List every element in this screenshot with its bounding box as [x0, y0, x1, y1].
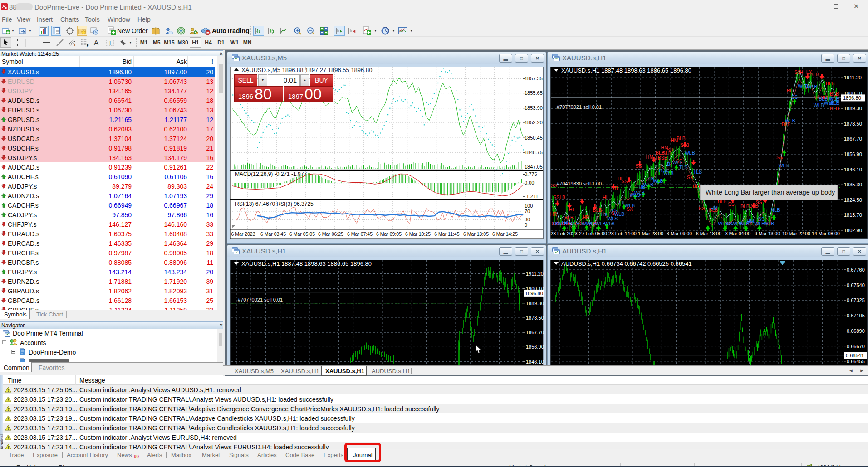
svg-text:WLB: WLB — [685, 150, 695, 156]
svg-text:SR: SR — [667, 147, 674, 152]
svg-text:HI: HI — [603, 195, 608, 200]
svg-text:T: T — [108, 40, 112, 46]
svg-text:0.66670: 0.66670 — [847, 344, 865, 349]
svg-text:TLS: TLS — [693, 169, 702, 175]
svg-text:F: F — [87, 44, 89, 47]
svg-text:BLB: BLB — [810, 72, 819, 77]
svg-text:70: 70 — [525, 209, 530, 214]
svg-text:9 Mar 13:00: 9 Mar 13:00 — [755, 231, 780, 236]
svg-text:1896.80: 1896.80 — [525, 291, 543, 296]
svg-text:1878.50: 1878.50 — [844, 121, 862, 126]
svg-text:1896.80: 1896.80 — [843, 95, 861, 101]
svg-text:1911.20: 1911.20 — [844, 75, 862, 80]
svg-text:6 Mar 2023: 6 Mar 2023 — [231, 231, 255, 237]
svg-text:WLB: WLB — [807, 84, 818, 89]
svg-text:0: 0 — [525, 222, 527, 228]
svg-text:6 Mar 11:45: 6 Mar 11:45 — [434, 231, 459, 237]
svg-text:6 Mar 13:05: 6 Mar 13:05 — [463, 231, 489, 237]
svg-text:0.67540: 0.67540 — [847, 282, 865, 288]
svg-text:WLB: WLB — [614, 211, 624, 217]
svg-text:SSLB: SSLB — [553, 195, 565, 200]
svg-text:0.66890: 0.66890 — [847, 328, 865, 334]
svg-text:MACD(12,26,9) -0.271 -1.977: MACD(12,26,9) -0.271 -1.977 — [235, 171, 307, 177]
svg-text:28 Feb 14:00: 28 Feb 14:00 — [608, 231, 637, 236]
svg-text:6 Mar 06:25: 6 Mar 06:25 — [318, 231, 343, 237]
svg-text:1802.90: 1802.90 — [844, 228, 862, 233]
svg-text:1856.90: 1856.90 — [844, 151, 862, 157]
svg-text:SX: SX — [698, 206, 705, 211]
svg-text:SS: SS — [636, 163, 642, 169]
svg-text:BLB: BLB — [677, 136, 686, 141]
svg-text:BH: BH — [787, 88, 794, 93]
svg-text:WLB: WLB — [624, 203, 635, 208]
svg-text:WLB: WLB — [785, 118, 795, 123]
svg-text:BLB: BLB — [826, 81, 835, 86]
svg-text:TL: TL — [614, 185, 619, 191]
svg-text:HI: HI — [800, 69, 805, 75]
svg-text:0.775: 0.775 — [525, 171, 537, 177]
svg-text:WLB: WLB — [604, 221, 615, 226]
svg-text:1857.35: 1857.35 — [525, 76, 543, 81]
svg-text:100: 100 — [525, 203, 533, 209]
svg-text:WLB: WLB — [672, 160, 683, 165]
svg-text:SLB: SLB — [680, 142, 689, 148]
svg-text:WLB: WLB — [779, 163, 789, 168]
svg-text:1846.10: 1846.10 — [526, 359, 544, 365]
svg-text:6 Mar 03:45: 6 Mar 03:45 — [260, 231, 286, 237]
svg-text:1852.20: 1852.20 — [525, 120, 543, 125]
svg-text:BLB: BLB — [740, 204, 750, 209]
svg-text:0.67325: 0.67325 — [847, 297, 865, 303]
svg-text:1846.10: 1846.10 — [844, 167, 862, 172]
svg-text:1847.05: 1847.05 — [525, 164, 543, 170]
svg-text:27 Feb 05:00: 27 Feb 05:00 — [579, 231, 607, 236]
svg-text:TBL: TBL — [561, 220, 569, 225]
svg-text:14 Mar 08:00: 14 Mar 08:00 — [812, 231, 840, 236]
svg-text:1911.20: 1911.20 — [526, 271, 544, 277]
svg-text:AUDUSD.s,H1 0.66734 0.66742 0: AUDUSD.s,H1 0.66734 0.66742 0.66525 0.66… — [561, 260, 692, 267]
svg-text:HM: HM — [711, 205, 718, 211]
svg-text:XAUUSD.s,M5 1896.88 1897.27 1: XAUUSD.s,M5 1896.88 1897.27 1896.55 1896… — [241, 67, 372, 73]
svg-text:B: B — [667, 161, 670, 167]
svg-text:SS: SS — [728, 201, 735, 207]
svg-text:0.00: 0.00 — [525, 180, 534, 185]
svg-text:3 Mar 09:00: 3 Mar 09:00 — [667, 231, 692, 236]
svg-text:1848.75: 1848.75 — [525, 150, 543, 155]
svg-text:HR: HR — [553, 221, 560, 226]
svg-text:1853.90: 1853.90 — [525, 105, 543, 111]
svg-text:WLB: WLB — [634, 190, 645, 195]
svg-text:NLB: NLB — [771, 207, 780, 213]
svg-text:WLB: WLB — [814, 102, 824, 108]
svg-text:SS: SS — [621, 179, 628, 184]
svg-text:TLS: TLS — [679, 165, 687, 170]
svg-text:6 Mar 07:45: 6 Mar 07:45 — [347, 231, 373, 237]
svg-text:BLB: BLB — [830, 106, 839, 111]
svg-text:WLB: WLB — [653, 178, 663, 184]
svg-text:6 Mar 18:00: 6 Mar 18:00 — [696, 231, 721, 236]
svg-text:1824.50: 1824.50 — [844, 197, 862, 203]
svg-text:0.67105: 0.67105 — [847, 313, 865, 318]
svg-text:BLB: BLB — [564, 215, 574, 220]
svg-text:1835.30: 1835.30 — [844, 182, 862, 187]
svg-text:SS: SS — [551, 183, 557, 188]
svg-text:#70770021 sell 0.01: #70770021 sell 0.01 — [238, 297, 283, 302]
svg-text:0.66541: 0.66541 — [846, 353, 864, 358]
svg-text:6 Mar 05:05: 6 Mar 05:05 — [289, 231, 315, 237]
svg-text:6 Mar 14:25: 6 Mar 14:25 — [492, 231, 518, 237]
svg-text:BLB: BLB — [830, 91, 839, 97]
svg-text:1878.50: 1878.50 — [526, 315, 544, 321]
svg-text:E: E — [74, 44, 77, 47]
svg-text:0.66455: 0.66455 — [847, 359, 865, 364]
svg-text:1850.45: 1850.45 — [525, 135, 543, 141]
svg-text:WLB: WLB — [764, 221, 775, 226]
svg-text:1889.30: 1889.30 — [844, 106, 862, 111]
svg-text:SS: SS — [776, 155, 783, 160]
svg-text:HR: HR — [550, 211, 557, 217]
svg-text:HI: HI — [569, 207, 574, 212]
svg-text:RSI(13) 67.4670 RSI(3) 96.372: RSI(13) 67.4670 RSI(3) 96.3725 — [235, 201, 314, 207]
svg-text:1889.30: 1889.30 — [526, 301, 544, 306]
svg-text:#70419830 sell 1.00: #70419830 sell 1.00 — [557, 181, 602, 186]
svg-text:XAUUSD.s,H1 1887.48 1898.63 1: XAUUSD.s,H1 1887.48 1898.63 1886.65 1896… — [561, 67, 691, 74]
svg-text:23 Feb 2023: 23 Feb 2023 — [551, 231, 578, 236]
svg-text:6 Mar 10:25: 6 Mar 10:25 — [405, 231, 431, 237]
svg-text:1 Mar 23:00: 1 Mar 23:00 — [638, 231, 663, 236]
